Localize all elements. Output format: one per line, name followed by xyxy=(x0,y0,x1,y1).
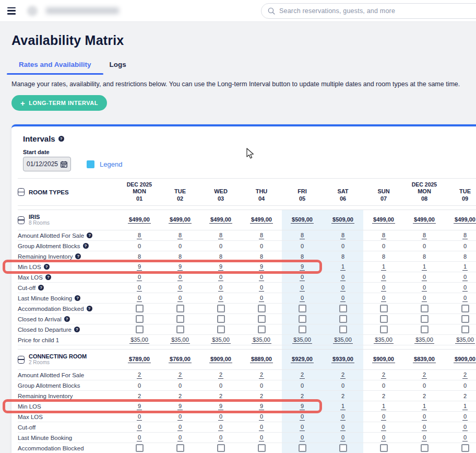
value-link[interactable]: 0 xyxy=(259,295,264,302)
help-icon[interactable]: ? xyxy=(45,274,51,280)
value-link[interactable]: 0 xyxy=(462,274,468,281)
help-icon[interactable]: ? xyxy=(58,136,64,142)
tab-rates-and-availability[interactable]: Rates and Availability xyxy=(7,57,103,75)
checkbox[interactable] xyxy=(380,315,388,323)
collapse-section-icon[interactable] xyxy=(18,356,25,364)
help-icon[interactable]: ? xyxy=(38,285,44,291)
value-link[interactable]: 0 xyxy=(137,424,142,431)
help-icon[interactable]: ? xyxy=(83,243,89,249)
legend-link[interactable]: Legend xyxy=(87,160,122,168)
checkbox[interactable] xyxy=(299,315,306,323)
value-link[interactable]: 0 xyxy=(218,295,223,302)
value-link[interactable]: 1 xyxy=(462,263,468,271)
value-link[interactable]: 0 xyxy=(462,284,468,292)
value-link[interactable]: 8 xyxy=(462,232,468,239)
checkbox[interactable] xyxy=(217,444,225,452)
value-link[interactable]: 9 xyxy=(218,263,223,271)
value-link[interactable]: 0 xyxy=(381,295,386,302)
price-link[interactable]: $509,00 xyxy=(331,216,354,224)
checkbox[interactable] xyxy=(380,326,388,333)
value-link[interactable]: 0 xyxy=(300,274,305,281)
help-icon[interactable]: ? xyxy=(74,327,80,332)
checkbox[interactable] xyxy=(258,315,266,323)
value-link[interactable]: 2 xyxy=(137,371,142,379)
value-link[interactable]: $35,00 xyxy=(414,336,434,344)
value-link[interactable]: 1 xyxy=(381,403,386,410)
value-link[interactable]: 2 xyxy=(300,371,305,379)
value-link[interactable]: 0 xyxy=(259,274,264,281)
value-link[interactable]: 8 xyxy=(177,232,183,239)
price-link[interactable]: $909,00 xyxy=(454,356,476,363)
price-link[interactable]: $499,00 xyxy=(413,216,436,224)
value-link[interactable]: 0 xyxy=(177,424,183,431)
value-link[interactable]: 0 xyxy=(259,434,264,442)
checkbox[interactable] xyxy=(421,315,429,323)
checkbox[interactable] xyxy=(217,305,225,312)
checkbox[interactable] xyxy=(217,326,225,333)
checkbox[interactable] xyxy=(258,444,266,452)
value-link[interactable]: 0 xyxy=(137,274,142,281)
value-link[interactable]: 0 xyxy=(300,413,305,421)
checkbox[interactable] xyxy=(136,444,144,452)
value-link[interactable]: 1 xyxy=(340,263,346,271)
value-link[interactable]: 9 xyxy=(177,403,183,410)
value-link[interactable]: 0 xyxy=(422,434,427,442)
checkbox[interactable] xyxy=(421,326,429,333)
value-link[interactable]: 8 xyxy=(340,232,346,239)
value-link[interactable]: 0 xyxy=(300,284,305,292)
checkbox[interactable] xyxy=(339,305,347,312)
date-column-header[interactable]: WED03 xyxy=(200,181,241,203)
value-link[interactable]: 0 xyxy=(422,274,427,281)
value-link[interactable]: 0 xyxy=(137,413,142,421)
help-icon[interactable]: ? xyxy=(75,253,81,259)
checkbox[interactable] xyxy=(299,444,306,452)
price-link[interactable]: $939,00 xyxy=(331,356,354,363)
collapse-all-icon[interactable] xyxy=(18,188,25,196)
value-link[interactable]: 0 xyxy=(340,295,346,302)
price-link[interactable]: $499,00 xyxy=(128,216,151,224)
value-link[interactable]: 8 xyxy=(381,232,386,239)
value-link[interactable]: 0 xyxy=(259,424,264,431)
value-link[interactable]: 0 xyxy=(340,284,346,292)
value-link[interactable]: 9 xyxy=(137,403,142,410)
checkbox[interactable] xyxy=(461,444,469,452)
checkbox[interactable] xyxy=(461,326,469,333)
checkbox[interactable] xyxy=(461,305,469,312)
value-link[interactable]: $35,00 xyxy=(129,336,149,344)
value-link[interactable]: 2 xyxy=(218,371,223,379)
value-link[interactable]: 0 xyxy=(422,413,427,421)
value-link[interactable]: 0 xyxy=(218,424,223,431)
value-link[interactable]: 0 xyxy=(137,295,142,302)
value-link[interactable]: 9 xyxy=(177,263,183,271)
value-link[interactable]: 0 xyxy=(259,284,264,292)
checkbox[interactable] xyxy=(339,315,347,323)
value-link[interactable]: 9 xyxy=(259,403,264,410)
value-link[interactable]: 0 xyxy=(218,413,223,421)
checkbox[interactable] xyxy=(136,326,144,333)
value-link[interactable]: 0 xyxy=(462,413,468,421)
value-link[interactable]: 8 xyxy=(422,232,427,239)
value-link[interactable]: 2 xyxy=(177,371,183,379)
value-link[interactable]: 2 xyxy=(381,371,386,379)
checkbox[interactable] xyxy=(176,315,184,323)
checkbox[interactable] xyxy=(421,305,429,312)
value-link[interactable]: 9 xyxy=(137,263,142,271)
value-link[interactable]: 0 xyxy=(137,284,142,292)
value-link[interactable]: 0 xyxy=(300,434,305,442)
value-link[interactable]: 0 xyxy=(259,413,264,421)
date-column-header[interactable]: SUN07 xyxy=(363,181,404,203)
checkbox[interactable] xyxy=(380,305,388,312)
value-link[interactable]: 8 xyxy=(137,232,142,239)
value-link[interactable]: 0 xyxy=(462,295,468,302)
value-link[interactable]: 9 xyxy=(300,403,305,410)
date-column-header[interactable]: TUE09 xyxy=(445,181,476,203)
checkbox[interactable] xyxy=(421,444,429,452)
value-link[interactable]: $35,00 xyxy=(211,336,231,344)
value-link[interactable]: 0 xyxy=(462,424,468,431)
value-link[interactable]: 0 xyxy=(300,424,305,431)
value-link[interactable]: 0 xyxy=(462,434,468,442)
price-link[interactable]: $889,00 xyxy=(250,356,273,363)
value-link[interactable]: 0 xyxy=(381,424,386,431)
value-link[interactable]: 0 xyxy=(300,295,305,302)
value-link[interactable]: $35,00 xyxy=(292,336,312,344)
